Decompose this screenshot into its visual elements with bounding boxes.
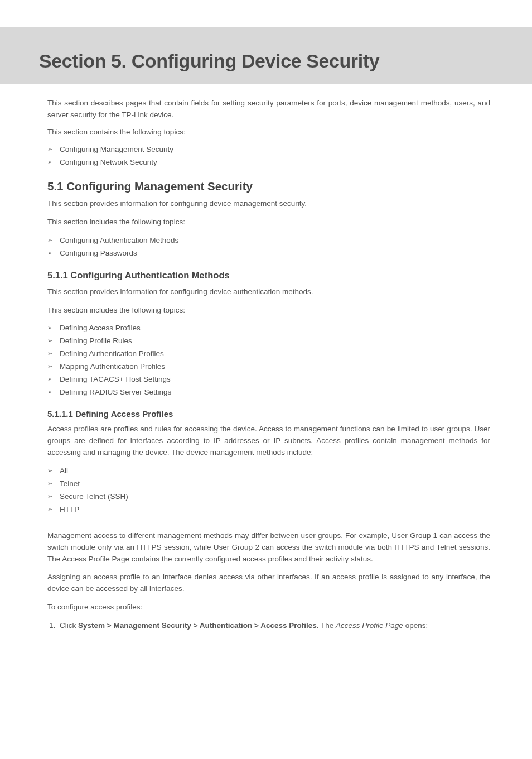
paragraph-5-1-1-1-b: Management access to different managemen… bbox=[47, 530, 490, 565]
list-item: Mapping Authentication Profiles bbox=[47, 361, 490, 373]
list-item: Configuring Passwords bbox=[47, 248, 490, 260]
paragraph-5-1-b: This section includes the following topi… bbox=[47, 217, 490, 228]
paragraph-5-1-1-b: This section includes the following topi… bbox=[47, 305, 490, 316]
method-list-5-1-1-1: All Telnet Secure Telnet (SSH) HTTP bbox=[47, 465, 490, 516]
paragraph-5-1-a: This section provides information for co… bbox=[47, 198, 490, 210]
list-item: Defining TACACS+ Host Settings bbox=[47, 374, 490, 386]
list-item: All bbox=[47, 465, 490, 477]
configure-steps: Click System > Management Security > Aut… bbox=[57, 620, 490, 632]
list-item: Defining Access Profiles bbox=[47, 323, 490, 334]
step-1: Click System > Management Security > Aut… bbox=[57, 620, 490, 632]
intro-topic-list: Configuring Management Security Configur… bbox=[47, 144, 490, 169]
list-item: Telnet bbox=[47, 478, 490, 490]
step-text: . The bbox=[317, 621, 336, 630]
topic-list-5-1-1: Defining Access Profiles Defining Profil… bbox=[47, 323, 490, 398]
breadcrumb-path: System > Management Security > Authentic… bbox=[78, 621, 317, 630]
heading-5-1-1-1: 5.1.1.1 Defining Access Profiles bbox=[47, 407, 490, 420]
list-item: Configuring Authentication Methods bbox=[47, 235, 490, 247]
paragraph-5-1-1-1-a: Access profiles are profiles and rules f… bbox=[47, 424, 490, 459]
section-title: Section 5. Configuring Device Security bbox=[39, 50, 493, 72]
topic-list-5-1: Configuring Authentication Methods Confi… bbox=[47, 235, 490, 260]
step-text: opens: bbox=[403, 621, 428, 630]
list-item: Configuring Network Security bbox=[47, 157, 490, 169]
paragraph-5-1-1-1-c: Assigning an access profile to an interf… bbox=[47, 571, 490, 595]
intro-block: This section describes pages that contai… bbox=[47, 98, 490, 169]
heading-5-1: 5.1 Configuring Management Security bbox=[47, 177, 490, 195]
section-header-band: Section 5. Configuring Device Security bbox=[0, 27, 532, 84]
list-item: Defining Profile Rules bbox=[47, 335, 490, 347]
list-item: HTTP bbox=[47, 504, 490, 516]
intro-paragraph-1: This section describes pages that contai… bbox=[47, 98, 490, 121]
list-item: Secure Telnet (SSH) bbox=[47, 491, 490, 503]
list-item: Configuring Management Security bbox=[47, 144, 490, 156]
list-item: Defining Authentication Profiles bbox=[47, 348, 490, 360]
paragraph-5-1-1-a: This section provides information for co… bbox=[47, 286, 490, 298]
list-item: Defining RADIUS Server Settings bbox=[47, 387, 490, 398]
intro-paragraph-2: This section contains the following topi… bbox=[47, 127, 490, 138]
heading-5-1-1: 5.1.1 Configuring Authentication Methods bbox=[47, 268, 490, 283]
paragraph-5-1-1-1-d: To configure access profiles: bbox=[47, 602, 490, 613]
page-name-italic: Access Profile Page bbox=[336, 621, 403, 630]
step-text: Click bbox=[60, 621, 78, 630]
